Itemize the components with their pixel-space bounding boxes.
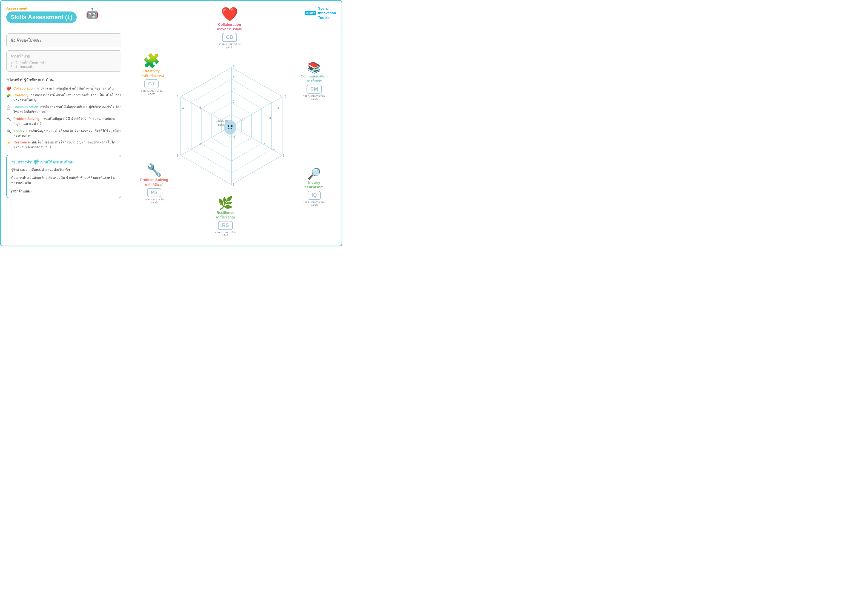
skill-item-creativity: 🧩 Creativity: การคิดสร้างสรรค์ ที่ช่วยให… (6, 93, 122, 103)
inquiry-badge: IQ (308, 191, 320, 200)
grid-label-5-tr: 5 (285, 95, 286, 98)
communication-label-th: การสื่อสาร (292, 79, 336, 83)
challenge-label: ความท้าทาย (11, 54, 117, 59)
skills-intro-title: "ก่อนทำ" รู้จักทักษะ 6 ด้าน (6, 77, 122, 83)
collab-label-en: Collaboration (208, 22, 251, 27)
creativity-icon: 🧩 (6, 93, 11, 98)
grid-label-2-r: 2 (252, 111, 254, 115)
grid-label-3-bl: 3 (199, 142, 201, 145)
skill-node-communication: 📚 Communication การสื่อสาร CM รวมคะแนนจา… (292, 61, 336, 101)
skill-node-inquiry: 🔎 Inquiry การหาคำตอบ IQ รวมคะแนนจากเพื่อ… (292, 167, 336, 207)
communication-icon: 📋 (6, 104, 11, 110)
problem-label-th: การแก้ปัญหา (132, 182, 176, 187)
flip-label: (พลิกด้านหลัง) (11, 189, 116, 194)
collab-label-th: การทำงานร่วมกัน (208, 27, 251, 32)
grid-label-5-br: 5 (282, 154, 284, 157)
creativity-badge: CT (144, 79, 159, 88)
communication-sub: รวมคะแนนจากเพื่อนหลังทำ (292, 95, 336, 101)
collab-sub: รวมคะแนนจากเพื่อนหลังทำ (208, 43, 251, 49)
skill-item-problem: 🔨 Problem Solving: การแก้ไขปัญหาได้ดี ช่… (6, 116, 122, 126)
collab-icon: ❤️ (6, 86, 11, 92)
skill-node-resilience: 🌿 Resilience การไม่ท้อถอย RS รวมคะแนนจาก… (201, 196, 250, 237)
problem-icon: 🔨 (6, 116, 11, 122)
grid-label-5-top: 5 (233, 64, 234, 68)
peer-section-text1: รู้จักตัวเองมากขึ้นหลังทำงานแต่ละใบเสร็จ (11, 167, 116, 172)
inquiry-sub: รวมคะแนนจากเพื่อนหลังทำ (292, 201, 336, 207)
skill-item-inquiry: 🔍 Inquiry: การเก็บข้อมูล ความช่างสังเกต … (6, 128, 122, 138)
grid-label-3-tr: 3 (269, 116, 271, 120)
grid-label-4-tr: 4 (277, 106, 279, 110)
owner-name-input[interactable] (6, 34, 122, 47)
resilience-badge: RS (218, 221, 232, 230)
skill-node-problem: 🔧 Problem Solving การแก้ปัญหา PS รวมคะแน… (132, 163, 176, 204)
resilience-icon: ⚡ (6, 140, 11, 146)
creativity-label-en: Creativity (129, 69, 173, 74)
grid-label-1-r: 1 (242, 118, 244, 121)
axis-top-right (231, 97, 282, 126)
skill-list: ❤️ Collaboration: การทำงานร่วมกับผู้อื่น… (6, 86, 122, 150)
skill-item-communication: 📋 Communication: การสื่อสาร ช่วยให้เพื่อ… (6, 104, 122, 114)
problem-mascot: 🔧 (132, 163, 176, 177)
communication-mascot: 📚 (292, 61, 336, 74)
grid-label-5-tl: 5 (176, 95, 178, 98)
peer-section-title: "ระหว่างทำ" ผู้อื่นช่วยให้คะแนนทักษะ (11, 159, 116, 165)
page-wrapper: UNICEF Social Innovation Toolkit Assessm… (0, 0, 342, 246)
inquiry-label-en: Inquiry (292, 180, 336, 185)
challenge-line2: Social Innovation (11, 65, 117, 69)
center-mascot-body (224, 120, 236, 135)
skill-node-collaboration: ❤️ Collaboration การทำงานร่วมกัน CB รวมค… (208, 6, 251, 49)
resilience-mascot: 🌿 (201, 196, 250, 210)
grid-label-4-bl: 4 (188, 148, 189, 151)
grid-label-4-br: 4 (273, 148, 275, 151)
title-badge: Skills Assessment (1) (6, 11, 77, 23)
center-mascot-eye-left (228, 125, 229, 127)
skill-node-creativity: 🧩 Creativity การคิดสร้างสรรค์ CT รวมคะแน… (129, 53, 173, 96)
inquiry-mascot: 🔎 (292, 167, 336, 180)
peer-section-box: "ระหว่างทำ" ผู้อื่นช่วยให้คะแนนทักษะ รู้… (6, 155, 122, 198)
resilience-sub: รวมคะแนนจากเพื่อนหลังทำ (201, 231, 250, 237)
grid-label-4-top: 4 (233, 75, 234, 78)
grid-label-2-top: 2 (233, 100, 234, 103)
problem-badge: PS (147, 188, 161, 197)
right-panel: 1 5 4 3 2 1 5 4 3 5 4 3 5 4 3 5 4 3 2 (127, 6, 336, 240)
assessment-label: Assessment (6, 6, 122, 11)
resilience-label-en: Resilience (201, 210, 250, 215)
skill-item-collaboration: ❤️ Collaboration: การทำงานร่วมกับผู้อื่น… (6, 86, 122, 91)
collab-mascot: ❤️ (208, 6, 251, 22)
grid-label-1: 1 (233, 135, 235, 138)
center-note-1: วาดความ (216, 119, 228, 122)
grid-label-5-bot: 5 (233, 183, 234, 186)
skill-item-resilience: ⚡ Resilience: พลังใจ ไม่ย่อท้อ ช่วยให้ก้… (6, 140, 122, 150)
grid-label-3-tl: 3 (199, 106, 201, 109)
grid-label-3-top: 3 (233, 88, 234, 91)
peer-section-text2: ด้วยการประเมินทักษะโดยเพื่อนร่วมทีม ช่วย… (11, 175, 116, 186)
problem-sub: รวมคะแนนจากเพื่อนหลังทำ (132, 198, 176, 204)
creativity-sub: รวมคะแนนจากเพื่อนหลังทำ (129, 89, 173, 96)
creativity-mascot: 🧩 (129, 53, 173, 69)
grid-label-4-tl: 4 (182, 106, 184, 110)
grid-label-3-br: 3 (263, 142, 265, 145)
communication-label-en: Communication (292, 74, 336, 79)
left-panel: Assessment Skills Assessment (1) 🤖 ความท… (6, 6, 122, 198)
resilience-label-th: การไม่ท้อถอย (201, 215, 250, 220)
creativity-label-th: การคิดสร้างสรรค์ (129, 74, 173, 78)
collab-badge: CB (222, 33, 237, 42)
grid-label-5-bl: 5 (176, 154, 178, 157)
challenge-line1: จุดเริ่มต้นที่ทำให้อยากทำ (11, 60, 117, 65)
communication-badge: CM (306, 84, 322, 94)
center-mascot-eye-right (231, 125, 232, 127)
mascot-top: 🤖 (86, 8, 99, 20)
inquiry-label-th: การหาคำตอบ (292, 185, 336, 190)
problem-label-en: Problem Solving (132, 177, 176, 182)
inquiry-icon: 🔍 (6, 128, 11, 134)
